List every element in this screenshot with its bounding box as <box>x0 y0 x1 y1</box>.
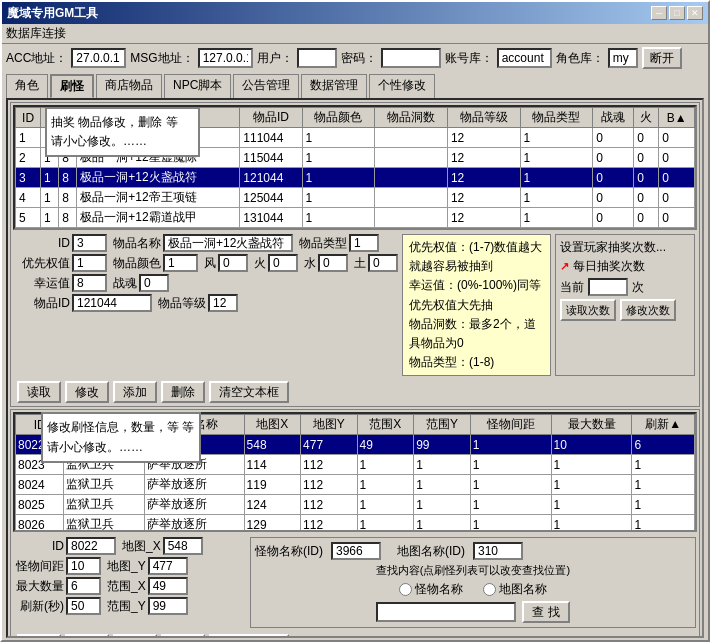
water-label: 水 <box>304 255 316 272</box>
tab-npc[interactable]: NPC脚本 <box>164 74 231 98</box>
monster-clear-btn[interactable]: 清空文本框 <box>209 634 289 638</box>
m-rangex-input[interactable] <box>148 577 188 595</box>
monster-caution-note: 修改刷怪信息，数量，等 等 请小心修改。…… <box>41 412 201 462</box>
table-row[interactable]: 8025监狱卫兵萨举放逐所12411211111 <box>16 495 695 515</box>
m-refresh-input[interactable] <box>66 597 101 615</box>
acc-label: ACC地址： <box>6 50 67 67</box>
luck-input[interactable] <box>72 274 107 292</box>
lottery-daily-row: ↗ 每日抽奖次数 <box>560 258 690 275</box>
item-form-area: ID 物品名称 物品类型 优先权值 物品颜色 风 火 <box>11 232 699 378</box>
tab-data[interactable]: 数据管理 <box>301 74 367 98</box>
m-id-row: ID 地图_X <box>14 537 244 555</box>
pwd-input[interactable] <box>381 48 441 68</box>
m-mapy-input[interactable] <box>148 557 188 575</box>
tab-shop[interactable]: 商店物品 <box>96 74 162 98</box>
hint-line1: 优先权值：(1-7)数值越大就越容易被抽到 <box>409 238 544 276</box>
m-dist-label: 怪物间距 <box>14 558 64 575</box>
user-input[interactable] <box>297 48 337 68</box>
lottery-current-input[interactable] <box>588 278 628 296</box>
maximize-btn[interactable]: □ <box>669 6 685 20</box>
connect-btn[interactable]: 断开 <box>642 47 682 69</box>
table-row[interactable]: 8024监狱卫兵萨举放逐所11911211111 <box>16 475 695 495</box>
wind-label: 风 <box>204 255 216 272</box>
mcol-refresh: 刷新▲ <box>632 415 695 435</box>
soul-input[interactable] <box>139 274 169 292</box>
lottery-read-btn[interactable]: 读取次数 <box>560 299 616 321</box>
m-rangey-label: 范围_Y <box>107 598 146 615</box>
water-input[interactable] <box>318 254 348 272</box>
item-read-btn[interactable]: 读取 <box>17 381 61 403</box>
table-row[interactable]: 418极品一洞+12帝王项链1250441121000 <box>16 188 695 208</box>
luck-label: 幸运值 <box>15 275 70 292</box>
fire-input[interactable] <box>268 254 298 272</box>
item-clear-btn[interactable]: 清空文本框 <box>209 381 289 403</box>
role-input[interactable] <box>608 48 638 68</box>
m-max-row: 最大数量 范围_X <box>14 577 244 595</box>
item-add-btn[interactable]: 添加 <box>113 381 157 403</box>
msg-input[interactable] <box>198 48 253 68</box>
search-btn[interactable]: 查 找 <box>522 601 569 623</box>
m-rangex-label: 范围_X <box>107 578 146 595</box>
mcol-rangex: 范围X <box>357 415 414 435</box>
radio-monster[interactable]: 怪物名称 <box>399 581 463 598</box>
search-row: 查 找 <box>255 601 691 623</box>
m-map-name-input[interactable] <box>473 542 523 560</box>
m-mapx-input[interactable] <box>163 537 203 555</box>
tab-personal[interactable]: 个性修改 <box>369 74 435 98</box>
table-row[interactable]: 518极品一洞+12霸道战甲1310441121000 <box>16 208 695 228</box>
table-row[interactable]: 318极品一洞+12火盏战符1210441121000 <box>16 168 695 188</box>
table-row[interactable]: 618极品一洞+12蛮技装1350441121000 <box>16 228 695 231</box>
monster-add-btn[interactable]: 添加 <box>113 634 157 638</box>
lottery-modify-btn[interactable]: 修改次数 <box>620 299 676 321</box>
monster-delete-btn[interactable]: 删除 <box>161 634 205 638</box>
m-rangey-input[interactable] <box>148 597 188 615</box>
monster-read-btn[interactable]: 读取 <box>17 634 61 638</box>
radio-map[interactable]: 地图名称 <box>483 581 547 598</box>
earth-input[interactable] <box>368 254 398 272</box>
m-dist-input[interactable] <box>66 557 101 575</box>
m-id-input[interactable] <box>66 537 116 555</box>
radio-map-input[interactable] <box>483 583 496 596</box>
item-id-input[interactable] <box>72 234 107 252</box>
priority-input[interactable] <box>72 254 107 272</box>
close-btn[interactable]: ✕ <box>687 6 703 20</box>
monster-bottom-area: ID 地图_X 怪物间距 地图_Y 最大数量 范围_X <box>11 534 699 631</box>
title-buttons: ─ □ ✕ <box>651 6 703 20</box>
table-row[interactable]: 8026监狱卫兵萨举放逐所12911211111 <box>16 515 695 533</box>
content-area: 抽奖 物品修改，删除 等 请小心修改。…… ID 物品名称 物品ID 物品颜色 <box>6 98 704 638</box>
minimize-btn[interactable]: ─ <box>651 6 667 20</box>
col-b: B▲ <box>659 108 695 128</box>
tab-monster[interactable]: 刷怪 <box>50 74 94 98</box>
main-window: 魔域专用GM工具 ─ □ ✕ 数据库连接 ACC地址： MSG地址： 用户： 密… <box>0 0 710 642</box>
color-input[interactable] <box>163 254 198 272</box>
db-input[interactable] <box>497 48 552 68</box>
item-delete-btn[interactable]: 删除 <box>161 381 205 403</box>
monster-modify-btn[interactable]: 修改 <box>65 634 109 638</box>
radio-monster-label: 怪物名称 <box>415 581 463 598</box>
m-max-input[interactable] <box>66 577 101 595</box>
m-refresh-label: 刷新(秒) <box>14 598 64 615</box>
item-hint: 优先权值：(1-7)数值越大就越容易被抽到 幸运值：(0%-100%)同等优先权… <box>402 234 551 376</box>
m-monster-name-input[interactable] <box>331 542 381 560</box>
acc-input[interactable] <box>71 48 126 68</box>
level-input[interactable] <box>208 294 238 312</box>
mcol-mapx: 地图X <box>244 415 301 435</box>
itemid-input[interactable] <box>72 294 152 312</box>
lottery-panel: 设置玩家抽奖次数... ↗ 每日抽奖次数 当前 次 读取次数 修改次数 <box>555 234 695 376</box>
role-label: 角色库： <box>556 50 604 67</box>
wind-input[interactable] <box>218 254 248 272</box>
col-fire: 火 <box>634 108 659 128</box>
window-title: 魔域专用GM工具 <box>7 5 98 22</box>
tab-role[interactable]: 角色 <box>6 74 48 98</box>
item-caution-note: 抽奖 物品修改，删除 等 请小心修改。…… <box>45 107 200 157</box>
m-mapy-label: 地图_Y <box>107 558 146 575</box>
radio-monster-input[interactable] <box>399 583 412 596</box>
menu-db[interactable]: 数据库连接 <box>6 25 66 42</box>
item-name-input[interactable] <box>163 234 293 252</box>
search-input[interactable] <box>376 602 516 622</box>
m-monster-name-label: 怪物名称(ID) <box>255 543 323 560</box>
tab-announce[interactable]: 公告管理 <box>233 74 299 98</box>
hint-line2: 幸运值：(0%-100%)同等优先权值大先抽 <box>409 276 544 314</box>
item-type-input[interactable] <box>349 234 379 252</box>
item-modify-btn[interactable]: 修改 <box>65 381 109 403</box>
